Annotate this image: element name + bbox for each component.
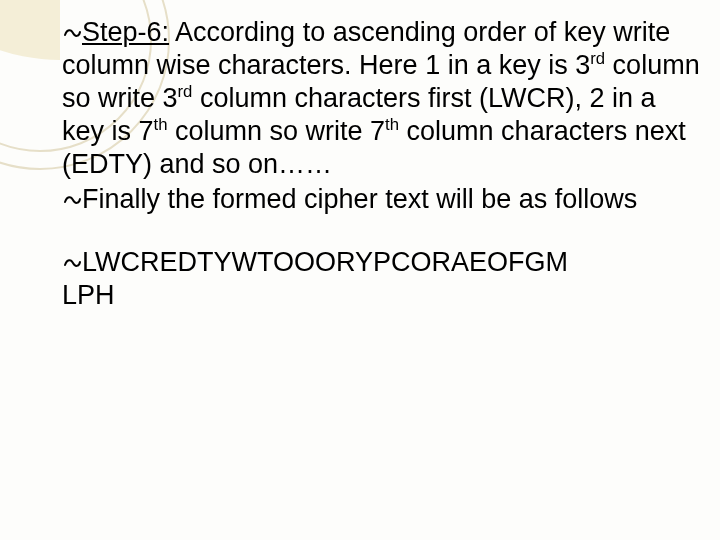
text-finally: Finally the formed cipher text will be a…	[82, 184, 637, 214]
bullet-icon	[62, 17, 82, 47]
paragraph-finally: Finally the formed cipher text will be a…	[62, 183, 704, 216]
cipher-line-1: LWCREDTYWTOOORYPCORAEOFGM	[82, 247, 568, 277]
cipher-line-2: LPH	[62, 280, 115, 310]
sup-rd-1: rd	[590, 49, 605, 68]
paragraph-step6: Step-6: According to ascending order of …	[62, 16, 704, 181]
paragraph-cipher: LWCREDTYWTOOORYPCORAEOFGM LPH	[62, 246, 704, 312]
spacer	[62, 218, 704, 246]
sup-th-1: th	[154, 115, 168, 134]
text-seg-4: column so write 7	[168, 116, 386, 146]
sup-th-2: th	[385, 115, 399, 134]
slide-content: Step-6: According to ascending order of …	[62, 16, 704, 314]
sup-rd-2: rd	[178, 82, 193, 101]
bullet-icon	[62, 184, 82, 214]
step-label: Step-6:	[82, 17, 169, 47]
leaf-shape	[0, 0, 60, 60]
bullet-icon	[62, 247, 82, 277]
